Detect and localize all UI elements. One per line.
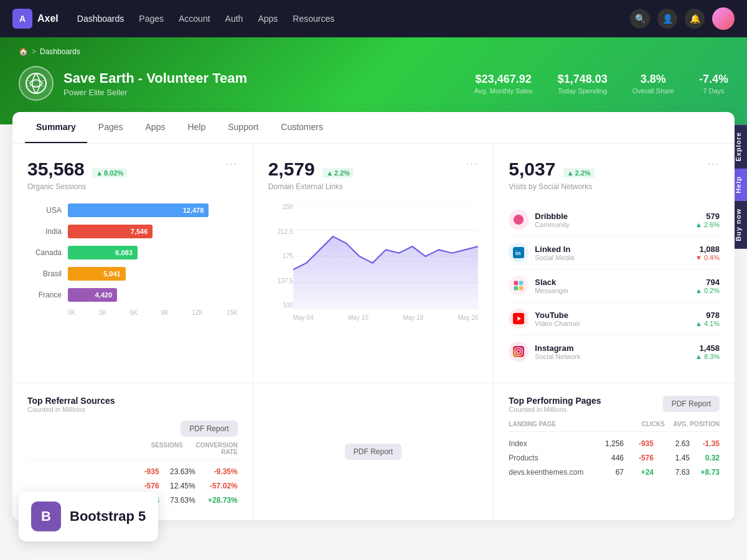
tab-summary[interactable]: Summary	[25, 112, 87, 143]
bar-france-fill: 4,420	[68, 288, 117, 302]
row-1-rate-change: -9.35%	[200, 467, 238, 476]
bar-canada: Canada 6,083	[27, 246, 238, 259]
slack-icon	[509, 276, 529, 296]
youtube-count: 978	[695, 310, 720, 320]
instagram-type: Social Network	[535, 353, 695, 360]
content-card: Summary Pages Apps Help Support Customer…	[12, 112, 735, 520]
tabs: Summary Pages Apps Help Support Customer…	[12, 112, 735, 144]
svg-point-19	[520, 349, 522, 350]
tab-customers[interactable]: Customers	[270, 112, 334, 143]
tab-pages[interactable]: Pages	[87, 112, 134, 143]
referral-table-header: SESSIONS CONVERSION RATE	[27, 442, 238, 460]
nav-links: Dashboards Pages Account Auth Apps Resou…	[77, 14, 630, 24]
svg-rect-12	[519, 281, 524, 286]
bar-brasil-track: 5,041	[68, 267, 238, 281]
youtube-stats: 978 ▲ 4.1%	[695, 310, 720, 327]
dashboard-grid: 35,568 ▲ 8.02% ··· Organic Sessions USA …	[12, 144, 735, 383]
bar-canada-track: 6,083	[68, 246, 238, 259]
nav-resources[interactable]: Resources	[293, 14, 334, 24]
bar-axis: 0K 3K 6K 9K 12K 15K	[27, 309, 238, 316]
days-value: -7.4%	[699, 73, 728, 86]
bar-usa: USA 12,478	[27, 203, 238, 217]
hero-stat-share: 3.8% Overall Share	[632, 73, 674, 95]
tab-apps[interactable]: Apps	[134, 112, 177, 143]
table-row: -935 23.63% -9.35%	[27, 465, 238, 479]
slack-type: Messanger	[535, 287, 695, 294]
svg-rect-14	[519, 286, 524, 291]
dribbble-change: ▲ 2.6%	[695, 221, 720, 228]
page-3-name: devs.keenthemes.com	[509, 468, 588, 477]
organic-sessions-label: Organic Sessions	[27, 182, 238, 191]
navbar: A Axel Dashboards Pages Account Auth App…	[0, 0, 747, 37]
tab-support[interactable]: Support	[217, 112, 270, 143]
organic-sessions-header: 35,568 ▲ 8.02% ···	[27, 159, 238, 180]
axis-0k: 0K	[68, 309, 75, 316]
bar-india-track: 7,546	[68, 225, 238, 238]
instagram-stats: 1,458 ▲ 8.3%	[695, 343, 720, 360]
y-label-100: 100	[268, 302, 293, 309]
social-section: 5,037 ▲ 2.2% ··· Visits by Social Networ…	[494, 144, 735, 383]
breadcrumb-separator: >	[32, 47, 36, 56]
middle-pdf-btn[interactable]: PDF Report	[345, 444, 402, 460]
youtube-name: YouTube	[535, 310, 695, 320]
avatar[interactable]	[712, 7, 735, 30]
days-label: 7 Days	[699, 87, 728, 95]
tab-help[interactable]: Help	[176, 112, 217, 143]
pages-table-header: LANDING PAGE CLICKS AVG. POSITION	[509, 421, 720, 432]
bar-brasil-value: 5,041	[103, 270, 121, 278]
social-instagram: Instagram Social Network 1,458 ▲ 8.3%	[509, 335, 720, 368]
youtube-change: ▲ 4.1%	[695, 320, 720, 327]
nav-auth[interactable]: Auth	[225, 14, 243, 24]
bar-canada-fill: 6,083	[68, 246, 138, 259]
page-3-position-change: +8.73	[695, 468, 720, 477]
bar-france-value: 4,420	[95, 291, 113, 299]
nav-dashboards[interactable]: Dashboards	[77, 14, 125, 24]
hero-stat-spending: $1,748.03 Today Spending	[558, 73, 608, 95]
domain-links-more[interactable]: ···	[466, 159, 478, 170]
referral-pdf-btn[interactable]: PDF Report	[181, 421, 237, 437]
pages-subtitle: Counted in Millions	[509, 406, 601, 413]
line-chart-wrapper: 250 212.5 175 137.5 100	[268, 203, 479, 321]
organic-sessions-section: 35,568 ▲ 8.02% ··· Organic Sessions USA …	[12, 144, 253, 383]
nav-pages[interactable]: Pages	[139, 14, 164, 24]
brand[interactable]: A Axel	[12, 9, 59, 29]
domain-links-value-row: 2,579 ▲ 2.2%	[268, 159, 354, 180]
breadcrumb-home[interactable]: 🏠	[19, 47, 28, 56]
nav-apps[interactable]: Apps	[258, 14, 278, 24]
axis-9k: 9K	[161, 309, 169, 316]
bar-canada-value: 6,083	[115, 249, 133, 256]
bootstrap-icon: B	[31, 502, 61, 531]
spending-label: Today Spending	[558, 87, 608, 95]
monthly-sales-label: Avg. Monthly Sales	[474, 87, 533, 95]
nav-account[interactable]: Account	[179, 14, 210, 24]
page-1-name: Index	[509, 439, 588, 448]
user-icon[interactable]: 👤	[657, 9, 677, 29]
breadcrumb: 🏠 > Dashboards	[19, 47, 728, 56]
notification-icon[interactable]: 🔔	[685, 9, 705, 29]
svg-rect-13	[514, 286, 519, 291]
page-2-position: 1.45	[659, 454, 690, 462]
organic-sessions-more[interactable]: ···	[225, 159, 237, 170]
share-value: 3.8%	[632, 73, 674, 86]
breadcrumb-current: Dashboards	[40, 47, 80, 56]
hero-text: Save Earth - Volunteer Team Power Elite …	[63, 70, 247, 97]
hero-subtitle: Power Elite Seller	[63, 88, 247, 97]
youtube-icon	[509, 309, 529, 329]
page-2-name: Products	[509, 454, 588, 462]
y-label-175: 175	[268, 253, 293, 259]
linkedin-name: Linked In	[535, 245, 695, 254]
pages-pdf-btn[interactable]: PDF Report	[663, 396, 720, 412]
share-label: Overall Share	[632, 87, 674, 95]
dribbble-type: Community	[535, 221, 695, 228]
y-label-137: 137.5	[268, 278, 293, 284]
dribbble-icon	[509, 210, 529, 230]
social-more[interactable]: ···	[708, 159, 720, 170]
social-linkedin: in Linked In Social Media 1,088 ▼ 0.4%	[509, 236, 720, 269]
slack-name: Slack	[535, 278, 695, 287]
bar-canada-label: Canada	[27, 248, 62, 257]
slack-info: Slack Messanger	[535, 278, 695, 294]
pages-row-3: devs.keenthemes.com 67 +24 7.63 +8.73	[509, 465, 720, 480]
bar-chart: USA 12,478 India 7,546	[27, 203, 238, 316]
bar-india: India 7,546	[27, 225, 238, 238]
search-icon[interactable]: 🔍	[630, 9, 650, 29]
